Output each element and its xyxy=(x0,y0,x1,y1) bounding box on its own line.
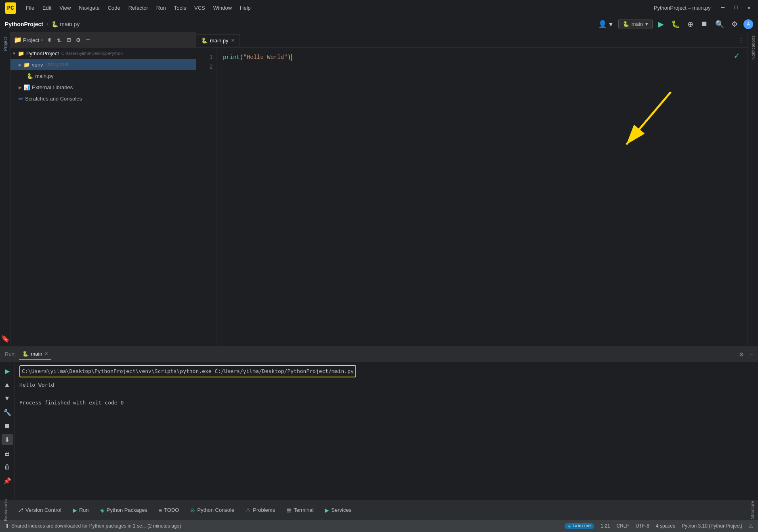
status-right: ◈ tabnine 1:21 CRLF UTF-8 4 spaces Pytho… xyxy=(565,523,753,529)
code-line-1: print("Hello World") xyxy=(223,52,741,62)
run-tab-main[interactable]: 🐍 main ✕ xyxy=(19,348,51,360)
bottom-python-packages[interactable]: ◈ Python Packages xyxy=(94,504,153,517)
vcs-user-button[interactable]: 👤 ▾ xyxy=(596,18,614,30)
services-icon: ▶ xyxy=(325,507,329,513)
window-title: PythonProject – main.py xyxy=(654,5,711,11)
project-side-label[interactable]: Project xyxy=(3,34,8,54)
line-ending[interactable]: CRLF xyxy=(617,523,629,529)
run-stop-button[interactable]: ⏹ xyxy=(2,420,13,431)
tabnine-logo[interactable]: ◈ tabnine xyxy=(565,523,594,529)
bookmark-icon[interactable]: 🔖 xyxy=(1,334,10,343)
menu-refactor[interactable]: Refactor xyxy=(125,3,151,13)
right-sidebar: Notifications xyxy=(748,32,758,346)
filter-icon[interactable]: ⊟ xyxy=(65,35,72,45)
code-editor[interactable]: 1 2 print("Hello World") ✓ xyxy=(196,48,748,346)
menu-edit[interactable]: Edit xyxy=(39,3,55,13)
run-output-hello: Hello World xyxy=(19,381,753,390)
menu-bar: File Edit View Navigate Code Refactor Ru… xyxy=(23,3,646,13)
tree-main-py[interactable]: 🐍 main.py xyxy=(10,70,196,82)
run-wrench-button[interactable]: 🔧 xyxy=(2,406,13,418)
run-play-button[interactable]: ▶ xyxy=(2,365,13,377)
bottom-run[interactable]: ▶ Run xyxy=(67,504,94,517)
project-dropdown[interactable]: 📁 Project ▾ xyxy=(14,36,43,44)
project-panel: 📁 Project ▾ ⊕ ⇅ ⊟ ⚙ ─ ▼ 📁 PythonProject … xyxy=(10,32,196,346)
collapse-all-icon[interactable]: ⇅ xyxy=(56,35,63,45)
structure-label[interactable]: Structure xyxy=(750,501,755,519)
arrow-annotation xyxy=(602,80,683,163)
bottom-problems[interactable]: ⚠ Problems xyxy=(240,504,281,517)
menu-file[interactable]: File xyxy=(23,3,38,13)
svg-line-1 xyxy=(626,92,671,145)
run-output[interactable]: C:\Users\yilma\Desktop\PythonProject\ven… xyxy=(15,362,758,500)
menu-code[interactable]: Code xyxy=(105,3,124,13)
run-print-button[interactable]: 🖨 xyxy=(2,448,13,459)
settings-icon[interactable]: ⚙ xyxy=(75,35,82,45)
debug-button[interactable]: 🐛 xyxy=(670,18,682,30)
menu-window[interactable]: Window xyxy=(210,3,235,13)
sync-icon[interactable]: ⊕ xyxy=(46,35,53,45)
run-scroll-up-button[interactable]: ▲ xyxy=(2,379,13,390)
tree-venv[interactable]: ▶ 📁 venv library root xyxy=(10,59,196,70)
bottom-version-control[interactable]: ⎇ Version Control xyxy=(11,504,67,517)
tree-root[interactable]: ▼ 📁 PythonProject C:\Users\yilma\Desktop… xyxy=(10,48,196,59)
restore-button[interactable]: □ xyxy=(732,4,740,12)
coverage-button[interactable]: ⊕ xyxy=(686,18,695,30)
bottom-toolbar: Bookmarks ⎇ Version Control ▶ Run ◈ Pyth… xyxy=(0,500,758,520)
tab-more-icon[interactable]: ⋮ xyxy=(738,37,744,47)
tree-external-libs[interactable]: ▶ 📊 External Libraries xyxy=(10,82,196,93)
run-icon: ▶ xyxy=(73,507,77,513)
run-layout: ▶ ▲ ▼ 🔧 ⏹ ⬇ 🖨 🗑 📌 C:\Users\yilma\Desktop… xyxy=(0,362,758,500)
tab-bar: 🐍 main.py ✕ ⋮ xyxy=(196,32,748,48)
bottom-todo[interactable]: ≡ TODO xyxy=(153,504,185,517)
run-panel-header: Run: 🐍 main ✕ ⚙ ─ xyxy=(0,347,758,362)
menu-view[interactable]: View xyxy=(56,3,74,13)
hide-icon[interactable]: ─ xyxy=(85,35,91,45)
run-button[interactable]: ▶ xyxy=(657,18,666,30)
menu-navigate[interactable]: Navigate xyxy=(76,3,103,13)
app-icon: PC xyxy=(5,2,16,14)
menu-tools[interactable]: Tools xyxy=(171,3,189,13)
run-config-button[interactable]: 🐍 main ▾ xyxy=(618,19,653,29)
settings-button[interactable]: ⚙ xyxy=(730,18,739,30)
run-output-exit: Process finished with exit code 0 xyxy=(19,398,753,407)
project-toolbar: 📁 Project ▾ ⊕ ⇅ ⊟ ⚙ ─ xyxy=(10,32,196,48)
run-settings-icon[interactable]: ⚙ xyxy=(739,350,743,358)
encoding[interactable]: UTF-8 xyxy=(636,523,649,529)
menu-run[interactable]: Run xyxy=(153,3,169,13)
minimize-button[interactable]: ─ xyxy=(719,4,727,12)
interpreter[interactable]: Python 3.10 (PythonProject) xyxy=(682,523,742,529)
code-line-2 xyxy=(223,62,741,72)
run-minimize-icon[interactable]: ─ xyxy=(750,351,753,358)
bottom-python-console[interactable]: ⊙ Python Console xyxy=(185,504,240,517)
run-import-button[interactable]: ⬇ xyxy=(2,434,13,445)
checkmark-icon: ✓ xyxy=(734,52,739,61)
breadcrumb-bar: PythonProject › 🐍 main.py 👤 ▾ 🐍 main ▾ ▶… xyxy=(0,16,758,32)
search-button[interactable]: 🔍 xyxy=(714,18,726,30)
notifications-label[interactable]: Notifications xyxy=(751,32,756,63)
menu-help[interactable]: Help xyxy=(237,3,254,13)
status-message: ⬆ Shared indexes are downloaded for Pyth… xyxy=(5,523,181,529)
run-delete-button[interactable]: 🗑 xyxy=(2,461,13,473)
menu-vcs[interactable]: VCS xyxy=(191,3,208,13)
terminal-icon: ▤ xyxy=(286,507,292,513)
titlebar: PC File Edit View Navigate Code Refactor… xyxy=(0,0,758,16)
stop-button[interactable]: ⏹ xyxy=(699,18,710,30)
close-button[interactable]: ✕ xyxy=(745,4,753,12)
status-bar: ⬆ Shared indexes are downloaded for Pyth… xyxy=(0,520,758,532)
breadcrumb-sep: › xyxy=(46,21,49,27)
indent[interactable]: 4 spaces xyxy=(656,523,675,529)
avatar-button[interactable]: A xyxy=(743,19,753,29)
run-scroll-down-button[interactable]: ▼ xyxy=(2,393,13,404)
cursor-position[interactable]: 1:21 xyxy=(601,523,610,529)
bottom-services[interactable]: ▶ Services xyxy=(319,504,357,517)
bookmarks-label[interactable]: Bookmarks xyxy=(3,499,8,521)
bottom-terminal[interactable]: ▤ Terminal xyxy=(281,504,319,517)
tree-scratches[interactable]: ✏ Scratches and Consoles xyxy=(10,93,196,104)
tab-close-icon[interactable]: ✕ xyxy=(231,38,235,43)
editor-tab-main-py[interactable]: 🐍 main.py ✕ xyxy=(196,34,240,47)
run-pin-button[interactable]: 📌 xyxy=(2,475,13,486)
breadcrumb-file[interactable]: 🐍 main.py xyxy=(51,21,80,27)
run-command-line: C:\Users\yilma\Desktop\PythonProject\ven… xyxy=(19,365,753,379)
run-label: Run: xyxy=(5,351,16,357)
breadcrumb-project[interactable]: PythonProject xyxy=(5,21,43,27)
